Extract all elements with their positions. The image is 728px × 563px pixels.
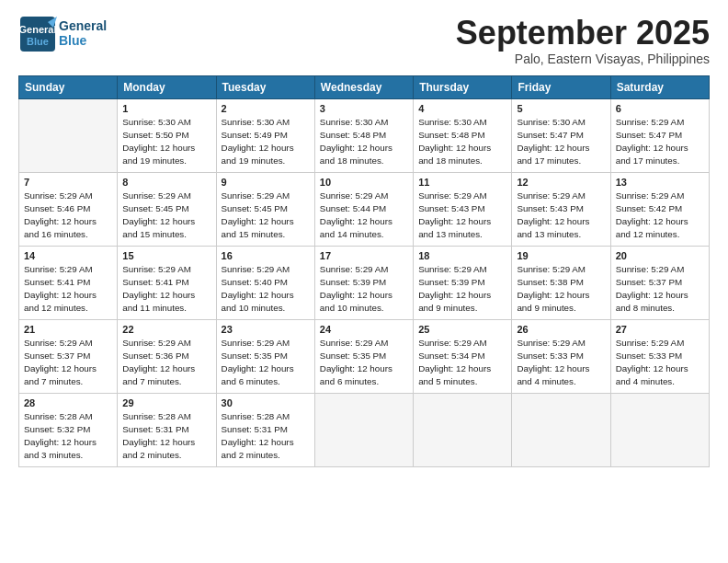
- day-number: 23: [222, 324, 310, 335]
- weekday-header-tuesday: Tuesday: [216, 75, 314, 98]
- day-info: Sunrise: 5:30 AM Sunset: 5:47 PM Dayligh…: [517, 116, 605, 168]
- day-info: Sunrise: 5:28 AM Sunset: 5:31 PM Dayligh…: [122, 410, 210, 463]
- title-block: September 2025 Palo, Eastern Visayas, Ph…: [456, 15, 710, 66]
- weekday-header-friday: Friday: [512, 75, 610, 98]
- day-number: 19: [517, 250, 605, 261]
- day-number: 30: [222, 397, 310, 408]
- calendar-cell: 9Sunrise: 5:29 AM Sunset: 5:45 PM Daylig…: [216, 172, 314, 246]
- logo-text-line2: Blue: [59, 33, 107, 48]
- day-number: 29: [122, 397, 210, 408]
- calendar-cell: 5Sunrise: 5:30 AM Sunset: 5:47 PM Daylig…: [512, 98, 610, 172]
- day-number: 21: [24, 324, 112, 335]
- calendar-cell: 24Sunrise: 5:29 AM Sunset: 5:35 PM Dayli…: [314, 319, 413, 393]
- calendar-cell: 8Sunrise: 5:29 AM Sunset: 5:45 PM Daylig…: [118, 172, 216, 246]
- weekday-header-row: SundayMondayTuesdayWednesdayThursdayFrid…: [19, 75, 710, 98]
- calendar-cell: 13Sunrise: 5:29 AM Sunset: 5:42 PM Dayli…: [610, 172, 709, 246]
- day-info: Sunrise: 5:29 AM Sunset: 5:46 PM Dayligh…: [24, 190, 112, 242]
- day-number: 24: [320, 324, 408, 335]
- day-info: Sunrise: 5:29 AM Sunset: 5:36 PM Dayligh…: [122, 337, 210, 389]
- calendar-cell: 29Sunrise: 5:28 AM Sunset: 5:31 PM Dayli…: [118, 393, 216, 466]
- calendar-cell: 11Sunrise: 5:29 AM Sunset: 5:43 PM Dayli…: [414, 172, 512, 246]
- day-info: Sunrise: 5:29 AM Sunset: 5:35 PM Dayligh…: [320, 337, 408, 389]
- calendar-cell: [512, 393, 610, 466]
- day-number: 22: [122, 324, 210, 335]
- day-info: Sunrise: 5:30 AM Sunset: 5:50 PM Dayligh…: [122, 116, 210, 168]
- day-info: Sunrise: 5:29 AM Sunset: 5:39 PM Dayligh…: [320, 263, 408, 316]
- day-number: 17: [320, 250, 408, 261]
- day-number: 7: [24, 177, 112, 188]
- day-info: Sunrise: 5:29 AM Sunset: 5:45 PM Dayligh…: [122, 190, 210, 242]
- day-number: 5: [517, 103, 605, 114]
- day-number: 27: [616, 324, 704, 335]
- calendar-cell: 27Sunrise: 5:29 AM Sunset: 5:33 PM Dayli…: [610, 319, 709, 393]
- day-number: 11: [418, 177, 506, 188]
- calendar-cell: 10Sunrise: 5:29 AM Sunset: 5:44 PM Dayli…: [314, 172, 413, 246]
- day-info: Sunrise: 5:30 AM Sunset: 5:49 PM Dayligh…: [222, 116, 310, 168]
- calendar-cell: 25Sunrise: 5:29 AM Sunset: 5:34 PM Dayli…: [414, 319, 512, 393]
- calendar-cell: 3Sunrise: 5:30 AM Sunset: 5:48 PM Daylig…: [314, 98, 413, 172]
- day-number: 1: [122, 103, 210, 114]
- day-number: 16: [222, 250, 310, 261]
- day-info: Sunrise: 5:29 AM Sunset: 5:43 PM Dayligh…: [418, 190, 506, 242]
- weekday-header-saturday: Saturday: [610, 75, 709, 98]
- day-info: Sunrise: 5:29 AM Sunset: 5:41 PM Dayligh…: [24, 263, 112, 316]
- day-number: 9: [222, 177, 310, 188]
- day-number: 14: [24, 250, 112, 261]
- day-info: Sunrise: 5:29 AM Sunset: 5:47 PM Dayligh…: [616, 116, 704, 168]
- calendar-cell: 1Sunrise: 5:30 AM Sunset: 5:50 PM Daylig…: [118, 98, 216, 172]
- month-title: September 2025: [456, 15, 710, 52]
- calendar-cell: 26Sunrise: 5:29 AM Sunset: 5:33 PM Dayli…: [512, 319, 610, 393]
- day-number: 13: [616, 177, 704, 188]
- calendar-cell: 12Sunrise: 5:29 AM Sunset: 5:43 PM Dayli…: [512, 172, 610, 246]
- calendar-cell: 19Sunrise: 5:29 AM Sunset: 5:38 PM Dayli…: [512, 246, 610, 319]
- day-info: Sunrise: 5:29 AM Sunset: 5:34 PM Dayligh…: [418, 337, 506, 389]
- calendar-cell: 30Sunrise: 5:28 AM Sunset: 5:31 PM Dayli…: [216, 393, 314, 466]
- calendar-cell: 17Sunrise: 5:29 AM Sunset: 5:39 PM Dayli…: [314, 246, 413, 319]
- calendar-cell: 20Sunrise: 5:29 AM Sunset: 5:37 PM Dayli…: [610, 246, 709, 319]
- day-number: 8: [122, 177, 210, 188]
- day-info: Sunrise: 5:29 AM Sunset: 5:43 PM Dayligh…: [517, 190, 605, 242]
- day-number: 12: [517, 177, 605, 188]
- calendar-week-1: 1Sunrise: 5:30 AM Sunset: 5:50 PM Daylig…: [19, 98, 710, 172]
- day-info: Sunrise: 5:29 AM Sunset: 5:35 PM Dayligh…: [222, 337, 310, 389]
- day-info: Sunrise: 5:30 AM Sunset: 5:48 PM Dayligh…: [418, 116, 506, 168]
- calendar-table: SundayMondayTuesdayWednesdayThursdayFrid…: [18, 75, 710, 467]
- day-number: 15: [122, 250, 210, 261]
- weekday-header-monday: Monday: [118, 75, 216, 98]
- day-info: Sunrise: 5:29 AM Sunset: 5:33 PM Dayligh…: [616, 337, 704, 389]
- calendar-week-4: 21Sunrise: 5:29 AM Sunset: 5:37 PM Dayli…: [19, 319, 710, 393]
- calendar-cell: 6Sunrise: 5:29 AM Sunset: 5:47 PM Daylig…: [610, 98, 709, 172]
- calendar-cell: [610, 393, 709, 466]
- weekday-header-wednesday: Wednesday: [314, 75, 413, 98]
- day-number: 26: [517, 324, 605, 335]
- calendar-cell: 7Sunrise: 5:29 AM Sunset: 5:46 PM Daylig…: [19, 172, 118, 246]
- day-info: Sunrise: 5:29 AM Sunset: 5:42 PM Dayligh…: [616, 190, 704, 242]
- calendar-cell: 14Sunrise: 5:29 AM Sunset: 5:41 PM Dayli…: [19, 246, 118, 319]
- day-number: 18: [418, 250, 506, 261]
- calendar-cell: 15Sunrise: 5:29 AM Sunset: 5:41 PM Dayli…: [118, 246, 216, 319]
- day-number: 4: [418, 103, 506, 114]
- calendar-cell: 4Sunrise: 5:30 AM Sunset: 5:48 PM Daylig…: [414, 98, 512, 172]
- calendar-week-2: 7Sunrise: 5:29 AM Sunset: 5:46 PM Daylig…: [19, 172, 710, 246]
- day-info: Sunrise: 5:29 AM Sunset: 5:33 PM Dayligh…: [517, 337, 605, 389]
- day-number: 20: [616, 250, 704, 261]
- day-info: Sunrise: 5:30 AM Sunset: 5:48 PM Dayligh…: [320, 116, 408, 168]
- calendar-cell: 22Sunrise: 5:29 AM Sunset: 5:36 PM Dayli…: [118, 319, 216, 393]
- calendar-week-5: 28Sunrise: 5:28 AM Sunset: 5:32 PM Dayli…: [19, 393, 710, 466]
- day-info: Sunrise: 5:29 AM Sunset: 5:40 PM Dayligh…: [222, 263, 310, 316]
- calendar-cell: [314, 393, 413, 466]
- day-info: Sunrise: 5:29 AM Sunset: 5:37 PM Dayligh…: [24, 337, 112, 389]
- page-header: General Blue General Blue September 2025…: [18, 15, 710, 66]
- calendar-week-3: 14Sunrise: 5:29 AM Sunset: 5:41 PM Dayli…: [19, 246, 710, 319]
- calendar-cell: 23Sunrise: 5:29 AM Sunset: 5:35 PM Dayli…: [216, 319, 314, 393]
- svg-text:Blue: Blue: [27, 36, 49, 47]
- calendar-cell: [414, 393, 512, 466]
- logo-icon: General Blue: [18, 15, 55, 52]
- day-info: Sunrise: 5:29 AM Sunset: 5:45 PM Dayligh…: [222, 190, 310, 242]
- day-info: Sunrise: 5:29 AM Sunset: 5:44 PM Dayligh…: [320, 190, 408, 242]
- day-number: 25: [418, 324, 506, 335]
- calendar-cell: 28Sunrise: 5:28 AM Sunset: 5:32 PM Dayli…: [19, 393, 118, 466]
- logo: General Blue General Blue: [18, 15, 107, 52]
- calendar-cell: 21Sunrise: 5:29 AM Sunset: 5:37 PM Dayli…: [19, 319, 118, 393]
- day-info: Sunrise: 5:28 AM Sunset: 5:32 PM Dayligh…: [24, 410, 112, 463]
